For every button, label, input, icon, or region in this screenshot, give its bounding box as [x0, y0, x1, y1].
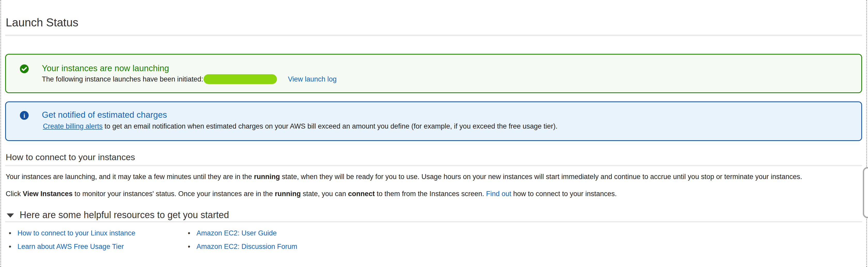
view-launch-log-link[interactable]: View launch log [288, 75, 337, 83]
connect-section-heading: How to connect to your instances [6, 152, 135, 162]
list-item: • Amazon EC2: Discussion Forum [188, 243, 297, 251]
link-free-usage-tier[interactable]: Learn about AWS Free Usage Tier [17, 243, 124, 251]
bullet-icon: • [9, 229, 11, 237]
create-billing-alerts-link[interactable]: Create billing alerts [43, 123, 102, 130]
para2-text-4: to them from the Instances screen. [375, 190, 486, 198]
connect-heading-divider [5, 165, 862, 166]
caret-down-icon [7, 213, 14, 218]
connect-paragraph-1: Your instances are launching, and it may… [6, 173, 802, 181]
para2-text-5: how to connect to your instances. [511, 190, 617, 198]
resources-heading-label: Here are some helpful resources to get y… [20, 210, 229, 220]
success-message-text: The following instance launches have bee… [42, 75, 203, 83]
info-message-text: to get an email notification when estima… [102, 123, 557, 130]
redacted-instance-id [204, 74, 277, 84]
info-banner-message: Create billing alerts to get an email no… [43, 123, 557, 130]
billing-info-banner: i Get notified of estimated charges Crea… [5, 101, 862, 141]
success-banner-message: The following instance launches have bee… [42, 74, 337, 84]
success-banner-title: Your instances are now launching [42, 63, 169, 73]
find-out-link[interactable]: Find out [486, 190, 511, 198]
focus-outline-left [0, 0, 1, 267]
vertical-scrollbar-thumb[interactable] [863, 167, 868, 218]
link-connect-linux-instance[interactable]: How to connect to your Linux instance [17, 229, 135, 237]
list-item: • Amazon EC2: User Guide [188, 229, 277, 237]
resources-list: • How to connect to your Linux instance … [9, 229, 297, 256]
focus-outline-right [866, 0, 867, 267]
title-divider [5, 35, 862, 36]
resources-row-2: • Learn about AWS Free Usage Tier • Amaz… [9, 242, 297, 251]
svg-text:i: i [24, 112, 25, 119]
list-item: • How to connect to your Linux instance [9, 229, 188, 237]
para1-text-2: state, when they will be ready for you t… [280, 173, 802, 181]
para2-bold-running: running [275, 190, 301, 198]
list-item: • Learn about AWS Free Usage Tier [9, 243, 188, 251]
launch-success-banner: Your instances are now launching The fol… [5, 54, 862, 93]
link-ec2-discussion-forum[interactable]: Amazon EC2: Discussion Forum [196, 243, 297, 251]
connect-paragraph-2: Click View Instances to monitor your ins… [6, 190, 617, 198]
para2-bold-view-instances: View Instances [23, 190, 72, 198]
para2-text-1: Click [6, 190, 23, 198]
resources-row-1: • How to connect to your Linux instance … [9, 229, 297, 238]
info-banner-title: Get notified of estimated charges [42, 110, 167, 120]
link-ec2-user-guide[interactable]: Amazon EC2: User Guide [196, 229, 277, 237]
bullet-icon: • [188, 229, 190, 237]
resources-heading-divider [5, 221, 862, 222]
page-title: Launch Status [6, 16, 78, 29]
check-circle-icon [20, 64, 29, 73]
para2-text-3: state, you can [301, 190, 348, 198]
resources-section-toggle[interactable]: Here are some helpful resources to get y… [7, 210, 229, 220]
bullet-icon: • [9, 243, 11, 251]
bullet-icon: • [188, 243, 190, 251]
info-circle-icon: i [20, 111, 29, 120]
para1-bold-running: running [254, 173, 280, 181]
para1-text-1: Your instances are launching, and it may… [6, 173, 254, 181]
para2-bold-connect: connect [348, 190, 375, 198]
para2-text-2: to monitor your instances' status. Once … [72, 190, 275, 198]
